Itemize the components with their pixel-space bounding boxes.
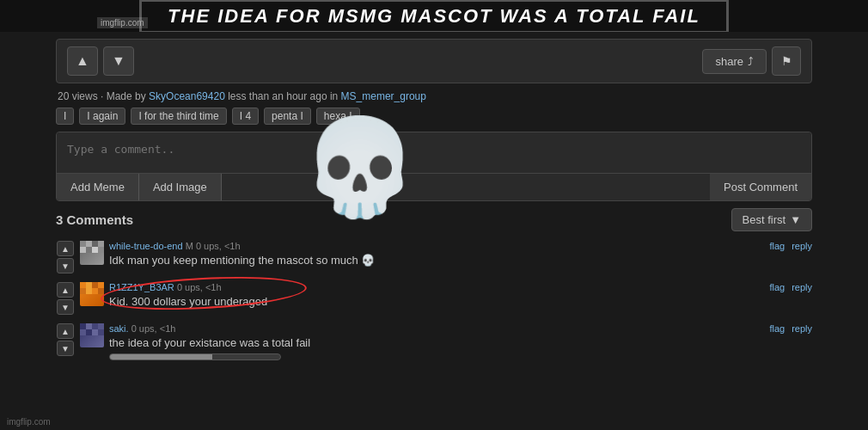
svg-rect-2 [92, 241, 98, 247]
comments-count: 3 Comments [56, 212, 133, 227]
svg-rect-4 [80, 247, 86, 253]
sort-dropdown[interactable]: Best first ▼ [731, 208, 812, 231]
comment-action-bar: Add Meme Add Image Post Comment [57, 173, 811, 200]
comments-header: 3 Comments Best first ▼ [56, 208, 812, 231]
svg-rect-22 [92, 329, 98, 335]
svg-rect-15 [98, 288, 104, 294]
svg-rect-21 [86, 329, 92, 335]
comment-reply-button[interactable]: reply [792, 323, 812, 334]
comment-flag-button[interactable]: flag [769, 323, 785, 334]
svg-rect-7 [98, 247, 104, 253]
comment-upvote-button[interactable]: ▲ [57, 282, 74, 298]
flag-button[interactable]: ⚑ [772, 46, 801, 76]
comment-reply-button[interactable]: reply [792, 282, 812, 292]
commenter-username[interactable]: R1ZZ1Y_B3AR [109, 282, 174, 292]
svg-rect-12 [80, 288, 86, 294]
meme-title: THE IDEA FOR MSMG MASCOT WAS A TOTAL FAI… [139, 0, 729, 32]
comment-flagreply: flag reply [769, 323, 812, 334]
comment-flagreply: flag reply [769, 282, 812, 292]
progress-bar [109, 353, 281, 360]
upvote-button[interactable]: ▲ [67, 46, 98, 76]
comment-vote-col: ▲ ▼ [56, 323, 75, 356]
comment-text: the idea of your existance was a total f… [109, 335, 764, 351]
svg-rect-3 [98, 241, 104, 247]
comment-downvote-button[interactable]: ▼ [57, 299, 74, 315]
right-action-buttons: share ⤴ ⚑ [702, 46, 801, 76]
tag-i-again[interactable]: I again [79, 108, 125, 125]
svg-rect-17 [86, 323, 92, 329]
svg-rect-18 [92, 323, 98, 329]
svg-rect-10 [92, 282, 98, 288]
comment-meta: saki. 0 ups, <1h [109, 323, 764, 334]
svg-rect-8 [80, 282, 86, 288]
comment-textarea[interactable] [57, 132, 811, 170]
comment-item: ▲ ▼ while-true-do-end M 0 ups, <1h Idk m… [56, 238, 812, 276]
svg-rect-14 [92, 288, 98, 294]
comment-body: while-true-do-end M 0 ups, <1h Idk man y… [109, 241, 764, 268]
comment-flag-button[interactable]: flag [769, 282, 785, 292]
add-meme-button[interactable]: Add Meme [57, 174, 139, 200]
svg-rect-11 [98, 282, 104, 288]
comment-reply-button[interactable]: reply [792, 241, 812, 251]
comment-text: Kid. 300 dollars your underaged [109, 294, 764, 310]
view-count: 20 views [58, 90, 98, 102]
comment-flagreply: flag reply [769, 241, 812, 251]
commenter-username[interactable]: saki. [109, 323, 129, 334]
svg-rect-9 [86, 282, 92, 288]
share-icon: ⤴ [748, 55, 754, 68]
comment-vote-col: ▲ ▼ [56, 241, 75, 273]
comment-meta: while-true-do-end M 0 ups, <1h [109, 241, 764, 251]
vote-share-bar: ▲ ▼ share ⤴ ⚑ [56, 39, 812, 83]
svg-rect-0 [80, 241, 86, 247]
author-link[interactable]: SkyOcean69420 [149, 90, 225, 102]
downvote-button[interactable]: ▼ [103, 46, 134, 76]
post-comment-button[interactable]: Post Comment [710, 174, 811, 200]
comment-downvote-button[interactable]: ▼ [57, 258, 74, 273]
svg-rect-20 [80, 329, 86, 335]
svg-rect-13 [86, 288, 92, 294]
tag-i-4[interactable]: I 4 [232, 108, 259, 125]
svg-rect-16 [80, 323, 86, 329]
comment-item: ▲ ▼ saki. 0 ups, <1h the idea of your ex… [56, 321, 812, 363]
svg-rect-6 [92, 247, 98, 253]
imgflip-watermark: imgflip.com [97, 17, 148, 28]
tag-i-third[interactable]: I for the third time [131, 108, 226, 125]
post-meta: 20 views · Made by SkyOcean69420 less th… [56, 90, 812, 102]
vote-buttons: ▲ ▼ [67, 46, 134, 76]
comment-flag-button[interactable]: flag [769, 241, 785, 251]
share-button[interactable]: share ⤴ [702, 49, 767, 74]
avatar [80, 282, 104, 306]
svg-rect-19 [98, 323, 104, 329]
bottom-watermark: imgflip.com [7, 417, 51, 427]
commenter-username[interactable]: while-true-do-end [109, 241, 183, 251]
tag-i[interactable]: I [56, 108, 74, 125]
tag-list: I I again I for the third time I 4 penta… [56, 108, 812, 125]
svg-rect-1 [86, 241, 92, 247]
comment-input-area: Add Meme Add Image Post Comment [56, 132, 812, 201]
comment-body: R1ZZ1Y_B3AR 0 ups, <1h Kid. 300 dollars … [109, 282, 764, 310]
progress-bar-container [109, 353, 764, 360]
comment-item: ▲ ▼ R1ZZ1Y_B3AR 0 ups, <1h Kid. 300 doll… [56, 280, 812, 317]
avatar [80, 241, 104, 265]
comment-upvote-button[interactable]: ▲ [57, 323, 74, 339]
comment-vote-col: ▲ ▼ [56, 282, 75, 315]
sort-arrow-icon: ▼ [790, 213, 801, 226]
comment-body: saki. 0 ups, <1h the idea of your exista… [109, 323, 764, 360]
svg-rect-5 [86, 247, 92, 253]
tag-hexa[interactable]: hexa I [316, 108, 360, 125]
tag-penta[interactable]: penta I [264, 108, 311, 125]
group-link[interactable]: MS_memer_group [341, 90, 426, 102]
sort-label: Best first [743, 213, 786, 226]
avatar [80, 323, 104, 347]
comment-meta: R1ZZ1Y_B3AR 0 ups, <1h [109, 282, 764, 292]
add-image-button[interactable]: Add Image [139, 174, 222, 200]
comment-text: Idk man you keep mentioning the mascot s… [109, 253, 764, 268]
svg-rect-23 [98, 329, 104, 335]
comment-downvote-button[interactable]: ▼ [57, 341, 74, 356]
comment-upvote-button[interactable]: ▲ [57, 241, 74, 256]
